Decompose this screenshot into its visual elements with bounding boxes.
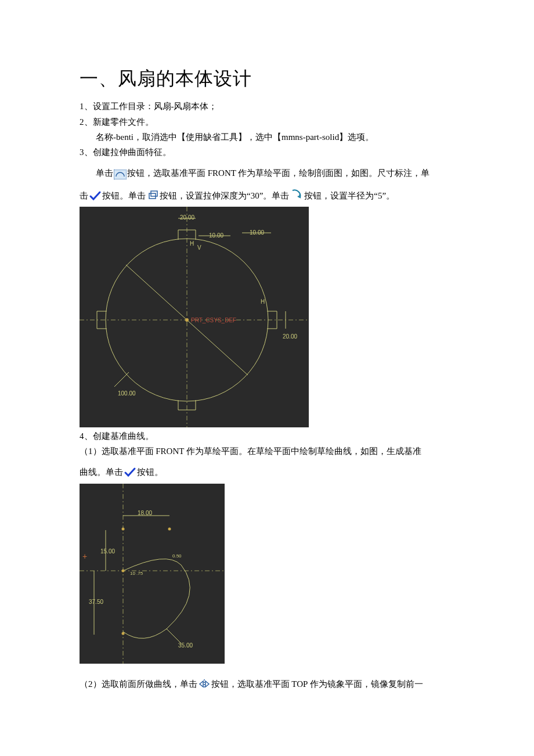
step-2: 2、新建零件文件。 bbox=[80, 114, 461, 129]
text: （2）选取前面所做曲线，单击 bbox=[80, 679, 197, 689]
dim-label: 0.50 bbox=[172, 552, 182, 560]
plus-icon: + bbox=[82, 549, 87, 564]
text: 按钮，设置半径为“5”。 bbox=[304, 191, 395, 200]
extrude-icon bbox=[146, 189, 159, 206]
check-icon bbox=[89, 190, 102, 206]
v-label: V bbox=[197, 243, 201, 253]
check-icon bbox=[124, 467, 136, 482]
svg-point-19 bbox=[122, 527, 125, 530]
step-4-line-c: （2）选取前面所做曲线，单击按钮，选取基准平面 TOP 作为镜象平面，镜像复制前… bbox=[80, 676, 461, 692]
dim-label: 37.50 bbox=[89, 597, 103, 607]
arc-icon bbox=[114, 170, 127, 179]
dim-label: 18.00 bbox=[138, 508, 152, 519]
step-1: 1、设置工作目录：风扇-风扇本体； bbox=[80, 99, 461, 114]
step-4-line-a: （1）选取基准平面 FRONT 作为草绘平面。在草绘平面中绘制草绘曲线，如图，生… bbox=[80, 444, 461, 459]
dim-label: 20.00 bbox=[283, 332, 297, 342]
svg-point-21 bbox=[122, 632, 125, 635]
dim-label: 10.00 bbox=[250, 228, 264, 238]
figure-2-sketch: 18.00 15.00 37.50 35.00 0.50 10 .75 + bbox=[80, 484, 225, 664]
step-2-detail: 名称-benti，取消选中【使用缺省工具】，选中【mmns-part-solid… bbox=[80, 129, 461, 145]
svg-line-6 bbox=[114, 372, 129, 387]
step-3-line-b: 击按钮。单击按钮，设置拉伸深度为“30”。单击按钮，设置半径为“5”。 bbox=[80, 188, 461, 206]
text: 击 bbox=[80, 191, 88, 200]
step-3: 3、创建拉伸曲面特征。 bbox=[80, 145, 461, 160]
csys-label: PRT_CSYS_DEF bbox=[191, 315, 236, 326]
step-4-line-b: 曲线。单击按钮。 bbox=[80, 465, 461, 482]
page-title: 一、风扇的本体设计 bbox=[80, 63, 461, 94]
dim-label: 35.00 bbox=[178, 640, 193, 651]
svg-point-18 bbox=[122, 569, 125, 572]
dim-label: 10.00 bbox=[209, 231, 223, 241]
sweep-icon bbox=[290, 188, 304, 206]
text: 单击 bbox=[96, 168, 113, 178]
text: 按钮。单击 bbox=[102, 191, 146, 200]
text: 按钮，设置拉伸深度为“30”。单击 bbox=[160, 191, 289, 200]
step-4: 4、创建基准曲线。 bbox=[80, 429, 461, 444]
svg-point-20 bbox=[168, 527, 171, 530]
mirror-icon bbox=[198, 679, 211, 689]
angle-label: 10 .75 bbox=[130, 570, 143, 578]
h-label: H bbox=[190, 239, 194, 249]
body-text: 1、设置工作目录：风扇-风扇本体； 2、新建零件文件。 名称-benti，取消选… bbox=[80, 99, 461, 692]
h-label: H bbox=[261, 297, 265, 307]
text: 按钮。 bbox=[137, 467, 163, 477]
dim-label: 15.00 bbox=[100, 546, 115, 557]
step-3-line-a: 单击按钮，选取基准平面 FRONT 作为草绘平面，绘制剖面图，如图。尺寸标注，单 bbox=[80, 165, 461, 181]
text: 按钮，选取基准平面 FRONT 作为草绘平面，绘制剖面图，如图。尺寸标注，单 bbox=[127, 168, 430, 178]
dim-label: 100.00 bbox=[118, 388, 136, 399]
figure-1-sketch: 20.00 10.00 10.00 20.00 100.00 PRT_CSYS_… bbox=[80, 207, 309, 427]
dim-label: 20.00 bbox=[180, 213, 194, 223]
text: 按钮，选取基准平面 TOP 作为镜象平面，镜像复制前一 bbox=[211, 679, 423, 689]
text: 曲线。单击 bbox=[80, 467, 123, 477]
svg-point-11 bbox=[185, 318, 189, 322]
